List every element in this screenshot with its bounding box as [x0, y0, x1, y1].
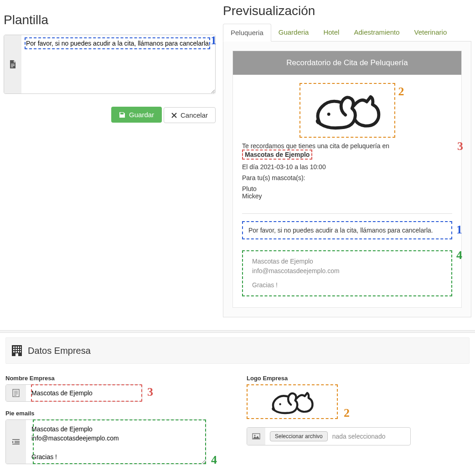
footer-emails-textarea[interactable] [26, 420, 206, 464]
svg-rect-13 [13, 351, 15, 352]
svg-rect-2 [11, 65, 15, 66]
annotation-badge-3-bottom: 3 [147, 385, 153, 399]
svg-rect-15 [18, 351, 19, 352]
logo-preview [247, 384, 338, 419]
company-name-input[interactable] [26, 385, 142, 401]
tab-peluqueria[interactable]: Peluqueria [223, 24, 271, 41]
building-icon [10, 344, 23, 357]
annotation-badge-2-bottom: 2 [344, 406, 350, 420]
svg-rect-11 [18, 349, 19, 350]
cancel-button-label: Cancelar [181, 111, 208, 119]
logo-label: Logo Empresa [247, 375, 470, 382]
email-divider [242, 213, 452, 214]
preview-tabs: Peluqueria Guarderia Hotel Adiestramient… [223, 24, 471, 41]
save-button[interactable]: Guardar [111, 107, 162, 123]
svg-rect-16 [20, 351, 21, 352]
file-status: nada seleccionado [332, 433, 386, 440]
annotation-badge-4-mid: 4 [456, 248, 462, 262]
save-icon [119, 112, 125, 118]
email-card: Recordatorio de Cita de Peluquería 2 Te … [232, 51, 462, 308]
annotation-badge-3-top: 3 [457, 140, 463, 153]
signature-email: info@mascotasdeejemplo.com [252, 266, 442, 276]
svg-rect-18 [13, 389, 19, 397]
tab-hotel[interactable]: Hotel [316, 24, 346, 41]
reminder-text: Te recordamos que tienes una cita de pel… [242, 142, 389, 150]
svg-rect-7 [18, 347, 19, 348]
brand-footer: GESPET.com SOFTWARE DE GESTIÓN DE MASCOT… [0, 473, 475, 476]
template-input-group [4, 35, 216, 94]
email-logo-box [299, 83, 395, 138]
save-button-label: Guardar [129, 111, 154, 119]
document-icon [4, 35, 21, 93]
company-section-title: Datos Empresa [28, 346, 91, 356]
file-select-button[interactable]: Seleccionar archivo [270, 431, 328, 441]
svg-rect-10 [15, 349, 17, 350]
svg-rect-8 [20, 347, 21, 348]
tab-guarderia[interactable]: Guarderia [271, 24, 316, 41]
pets-label: Para tu(s) mascota(s): [242, 174, 452, 181]
svg-point-28 [254, 435, 256, 436]
svg-rect-9 [13, 349, 15, 350]
svg-rect-1 [11, 64, 15, 64]
plantilla-title: Plantilla [4, 13, 216, 27]
annotation-badge-4-bottom: 4 [211, 453, 217, 467]
footer-signature-box: Mascotas de Ejemplo info@mascotasdeejemp… [242, 250, 452, 296]
svg-rect-17 [15, 353, 18, 356]
signature-thanks: Gracias ! [252, 280, 442, 290]
svg-rect-3 [11, 67, 13, 67]
annotation-badge-1-mid: 1 [456, 223, 462, 237]
tab-veterinario[interactable]: Veterinario [407, 24, 454, 41]
company-name-label: Nombre Empresa [5, 375, 228, 382]
annotation-badge-2-top: 2 [398, 85, 404, 98]
doc-lines-icon [6, 385, 26, 401]
preview-pane: Recordatorio de Cita de Peluquería 2 Te … [223, 41, 471, 317]
signature-name: Mascotas de Ejemplo [252, 257, 442, 266]
company-name-inline: Mascotas de Ejemplo [242, 150, 312, 160]
template-textarea[interactable] [21, 35, 215, 93]
footer-emails-label: Pie emails [5, 410, 228, 417]
annotation-badge-1: 1 [211, 34, 217, 47]
file-input-group: Seleccionar archivo nada seleccionado [247, 427, 411, 445]
svg-rect-5 [13, 347, 15, 348]
pet-name-0: Pluto [242, 185, 452, 192]
preview-title: Previsualización [223, 4, 471, 18]
svg-rect-14 [15, 351, 17, 352]
email-header: Recordatorio de Cita de Peluquería [233, 51, 461, 75]
tab-adiestramiento[interactable]: Adiestramiento [346, 24, 407, 41]
pet-name-1: Mickey [242, 192, 452, 200]
image-icon [247, 428, 265, 445]
svg-rect-6 [15, 347, 17, 348]
footer-message-box: Por favor, si no puedes acudir a la cita… [242, 221, 452, 239]
company-header: Datos Empresa [5, 337, 470, 364]
cancel-button[interactable]: Cancelar [164, 107, 216, 123]
date-line: El día 2021-03-10 a las 10:00 [242, 163, 452, 171]
indent-icon [6, 420, 26, 464]
close-icon [171, 113, 177, 118]
section-divider [0, 330, 475, 333]
svg-rect-12 [20, 349, 21, 350]
